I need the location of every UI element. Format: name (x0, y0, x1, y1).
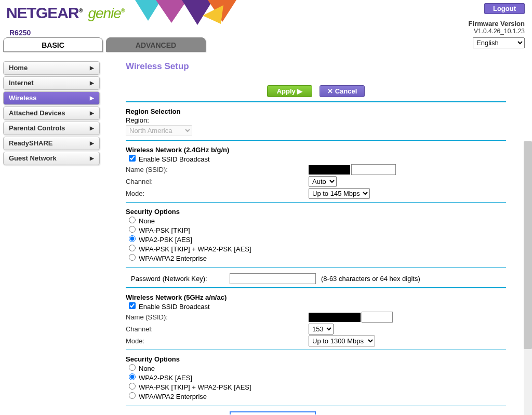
page-title: Wireless Setup (126, 61, 506, 72)
region-select: North America (126, 125, 192, 136)
chevron-right-icon: ▶ (90, 152, 94, 165)
sidebar-item-parental-controls[interactable]: Parental Controls▶ (3, 122, 100, 135)
ssid-5-obscured-value (309, 313, 361, 322)
firmware-version-value: V1.0.4.26_10.1.23 (474, 28, 525, 35)
brand-logo: NETGEAR® genie® (6, 4, 124, 22)
chevron-right-icon: ▶ (90, 122, 94, 135)
sidebar: Home▶ Internet▶ Wireless▶ Attached Devic… (0, 54, 103, 414)
tab-advanced[interactable]: ADVANCED (106, 37, 206, 52)
password-5-input[interactable] (230, 411, 316, 414)
ssid-24-input[interactable] (351, 164, 396, 175)
apply-button[interactable]: Apply ▶ (267, 85, 313, 97)
sidebar-item-internet[interactable]: Internet▶ (3, 76, 100, 90)
brand-netgear: NETGEAR (6, 4, 79, 21)
enable-ssid-5-label: Enable SSID Broadcast (139, 303, 210, 311)
enable-ssid-5-checkbox[interactable] (129, 302, 136, 309)
ssid-24-obscured-value (309, 165, 350, 175)
mode-24-select[interactable]: Up to 145 Mbps (309, 188, 370, 199)
chevron-right-icon: ▶ (90, 91, 94, 105)
sidebar-item-home[interactable]: Home▶ (3, 61, 100, 75)
mode-5-label: Mode: (126, 337, 309, 345)
chevron-right-icon: ▶ (90, 106, 94, 120)
channel-5-select[interactable]: 153 (309, 324, 334, 334)
brand-genie: genie (88, 5, 121, 21)
password-24-hint: (8-63 characters or 64 hex digits) (321, 275, 420, 283)
sec24-wpa-mixed-radio[interactable] (129, 245, 136, 251)
firmware-version-label: Firmware Version (469, 20, 525, 28)
sidebar-item-guest-network[interactable]: Guest Network▶ (3, 152, 100, 165)
password-24-label: Password (Network Key): (126, 275, 230, 283)
mode-5-select[interactable]: Up to 1300 Mbps (309, 336, 375, 346)
logout-button[interactable]: Logout (484, 3, 525, 14)
sec24-wpa2-aes-radio[interactable] (129, 235, 136, 242)
svg-marker-0 (135, 0, 161, 21)
language-select[interactable]: English (473, 37, 525, 48)
model-label: R6250 (9, 29, 31, 37)
password-5-label: Password (Network Key): (126, 413, 230, 414)
tab-basic[interactable]: BASIC (3, 37, 103, 52)
channel-24-label: Channel: (126, 178, 309, 185)
cancel-button[interactable]: ✕ Cancel (320, 85, 365, 97)
ssid-5-input[interactable] (362, 312, 393, 323)
sec5-wpa-mixed-radio[interactable] (129, 383, 136, 390)
svg-marker-1 (156, 0, 187, 23)
enable-ssid-24-label: Enable SSID Broadcast (139, 155, 210, 163)
region-label: Region: (126, 116, 149, 124)
chevron-right-icon: ▶ (90, 61, 94, 75)
ssid-24-label: Name (SSID): (126, 166, 309, 173)
sec24-wpa-tkip-radio[interactable] (129, 226, 136, 233)
sec24-enterprise-radio[interactable] (129, 254, 136, 261)
scrollbar-thumb[interactable] (524, 141, 532, 349)
sec5-wpa2-aes-radio[interactable] (129, 373, 136, 380)
security-24-heading: Security Options (126, 208, 506, 216)
sec5-enterprise-radio[interactable] (129, 392, 136, 399)
sidebar-item-wireless[interactable]: Wireless▶ (3, 91, 100, 105)
mode-24-label: Mode: (126, 190, 309, 197)
ssid-5-label: Name (SSID): (126, 313, 309, 321)
wireless-24-heading: Wireless Network (2.4GHz b/g/n) (126, 146, 506, 154)
wireless-5-heading: Wireless Network (5GHz a/n/ac) (126, 293, 506, 301)
sidebar-item-readyshare[interactable]: ReadySHARE▶ (3, 137, 100, 150)
password-5-hint: (8-63 characters or 64 hex digits) (321, 413, 420, 414)
chevron-right-icon: ▶ (90, 137, 94, 150)
decorative-triangles (135, 0, 249, 25)
scrollbar[interactable] (524, 141, 532, 415)
sec5-none-radio[interactable] (129, 364, 136, 371)
region-section-heading: Region Selection (126, 108, 506, 115)
enable-ssid-24-checkbox[interactable] (129, 155, 136, 162)
channel-5-label: Channel: (126, 325, 309, 333)
sidebar-item-attached-devices[interactable]: Attached Devices▶ (3, 106, 100, 120)
security-5-heading: Security Options (126, 355, 506, 363)
svg-marker-2 (182, 0, 213, 25)
channel-24-select[interactable]: Auto (309, 176, 337, 187)
chevron-right-icon: ▶ (90, 76, 94, 90)
sec24-none-radio[interactable] (129, 217, 136, 223)
password-24-input[interactable] (230, 273, 316, 284)
